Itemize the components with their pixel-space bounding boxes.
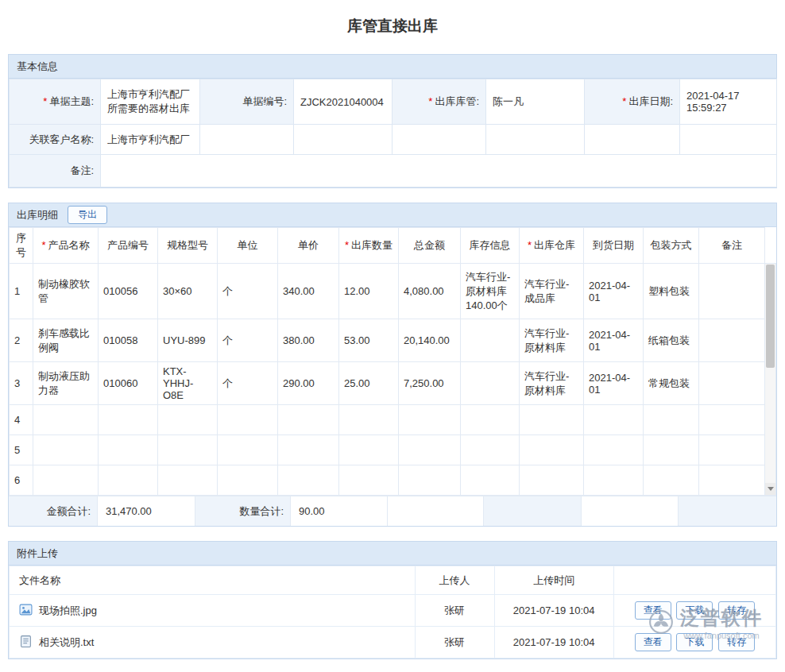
section-attachments: 附件上传 文件名称 上传人 上传时间 现场拍照.jpg 张研 2021-07-1… — [8, 541, 777, 659]
detail-summary-row: 金额合计: 31,470.00 数量合计: 90.00 — [9, 496, 776, 526]
required-mark: * — [43, 95, 47, 107]
attachments-table: 文件名称 上传人 上传时间 现场拍照.jpg 张研 2021-07-19 10:… — [9, 566, 776, 658]
detail-table-wrap: 序号 *产品名称 产品编号 规格型号 单位 单价 *出库数量 总金额 库存信息 … — [9, 227, 776, 496]
view-button[interactable]: 查看 — [635, 601, 671, 620]
col-remark: 备注 — [699, 228, 765, 264]
cell-packing: 纸箱包装 — [644, 319, 699, 362]
keeper-value: 陈一凡 — [486, 79, 585, 125]
cell-amount: 20,140.00 — [399, 319, 461, 362]
scrollbar-thumb[interactable] — [766, 265, 775, 368]
keeper-label: *出库库管: — [392, 79, 486, 125]
attachments-header-row: 文件名称 上传人 上传时间 — [10, 566, 776, 595]
cell-arrival-date: 2021-04-01 — [584, 362, 644, 405]
detail-row: 3 制动液压助力器 010060 KTX-YHHJ-O8E 个 290.00 2… — [10, 362, 765, 405]
cell-packing: 塑料包装 — [644, 264, 699, 319]
col-arrival-date: 到货日期 — [584, 228, 644, 264]
cell-stock-info — [461, 362, 520, 405]
required-mark: * — [41, 239, 45, 251]
empty-cell — [680, 125, 777, 155]
col-actions — [613, 566, 775, 595]
text-file-icon — [19, 635, 33, 651]
export-button[interactable]: 导出 — [68, 206, 107, 225]
detail-row: 1 制动橡胶软管 010056 30×60 个 340.00 12.00 4,0… — [10, 264, 765, 319]
col-amount: 总金额 — [399, 228, 461, 264]
empty-cell — [294, 125, 392, 155]
subject-label: *单据主题: — [10, 79, 101, 125]
detail-header: 出库明细 导出 — [9, 203, 776, 227]
uploader: 张研 — [415, 627, 494, 658]
save-transfer-button[interactable]: 转存 — [718, 601, 755, 620]
col-warehouse: *出库仓库 — [520, 228, 584, 264]
save-transfer-button[interactable]: 转存 — [718, 633, 755, 652]
cell-product-name: 刹车感载比例阀 — [33, 319, 99, 362]
cell-spec: 30×60 — [158, 264, 218, 319]
attachments-header: 附件上传 — [9, 542, 776, 566]
cell-serial: 1 — [10, 264, 33, 319]
view-button[interactable]: 查看 — [635, 633, 671, 652]
detail-row: 5 — [10, 435, 765, 465]
scroll-down-button[interactable] — [765, 483, 775, 495]
empty-cell — [392, 125, 486, 155]
empty-cell — [679, 496, 776, 526]
scrollbar-track[interactable] — [765, 369, 775, 483]
cell-product-name: 制动液压助力器 — [33, 362, 99, 405]
section-basic-info: 基本信息 *单据主题: 上海市亨利汽配厂所需要的器材出库 单据编号: ZJCK2… — [8, 54, 777, 188]
empty-cell — [486, 125, 585, 155]
subject-value: 上海市亨利汽配厂所需要的器材出库 — [101, 79, 200, 125]
empty-cell — [585, 125, 680, 155]
date-value: 2021-04-17 15:59:27 — [680, 79, 777, 125]
amount-total-label: 金额合计: — [9, 496, 98, 526]
cell-product-code: 010058 — [99, 319, 158, 362]
cell-product-code: 010056 — [99, 264, 158, 319]
file-name-link[interactable]: 相关说明.txt — [39, 635, 94, 650]
qty-total-value: 90.00 — [291, 496, 388, 526]
cell-qty: 53.00 — [339, 319, 399, 362]
download-button[interactable]: 下载 — [676, 633, 713, 652]
cell-unit: 个 — [218, 319, 278, 362]
cell-unit: 个 — [218, 362, 278, 405]
cell-price: 290.00 — [278, 362, 339, 405]
chevron-down-icon — [768, 487, 774, 491]
cell-packing: 常规包装 — [644, 362, 699, 405]
col-product-name: *产品名称 — [33, 228, 99, 264]
col-unit: 单位 — [218, 228, 278, 264]
file-name-link[interactable]: 现场拍照.jpg — [39, 604, 97, 618]
cell-warehouse: 汽车行业-原材料库 — [520, 319, 584, 362]
detail-table: 序号 *产品名称 产品编号 规格型号 单位 单价 *出库数量 总金额 库存信息 … — [9, 227, 765, 496]
remark-value — [101, 155, 777, 187]
page-title: 库管直接出库 — [0, 0, 785, 54]
detail-row: 4 — [10, 405, 765, 435]
required-mark: * — [345, 239, 349, 251]
cell-warehouse: 汽车行业-成品库 — [520, 264, 584, 319]
cell-unit: 个 — [218, 264, 278, 319]
cell-qty: 25.00 — [339, 362, 399, 405]
col-price: 单价 — [278, 228, 339, 264]
cell-product-code: 010060 — [99, 362, 158, 405]
cell-remark — [699, 362, 765, 405]
col-packing: 包装方式 — [644, 228, 699, 264]
col-qty: *出库数量 — [339, 228, 399, 264]
cell-serial: 2 — [10, 319, 33, 362]
cell-serial: 6 — [10, 465, 33, 496]
cell-stock-info — [461, 319, 520, 362]
attachment-row: 现场拍照.jpg 张研 2021-07-19 10:04 查看 下载 转存 — [10, 595, 776, 627]
doc-no-value: ZJCK2021040004 — [294, 79, 392, 125]
cell-serial: 5 — [10, 435, 33, 465]
cell-arrival-date: 2021-04-01 — [584, 319, 644, 362]
cell-remark — [699, 264, 765, 319]
download-button[interactable]: 下载 — [676, 601, 713, 620]
basic-info-table: *单据主题: 上海市亨利汽配厂所需要的器材出库 单据编号: ZJCK202104… — [9, 79, 777, 187]
customer-value: 上海市亨利汽配厂 — [101, 125, 200, 155]
table-scrollbar[interactable] — [765, 263, 776, 496]
col-product-code: 产品编号 — [99, 228, 158, 264]
empty-cell — [200, 125, 294, 155]
detail-header-row: 序号 *产品名称 产品编号 规格型号 单位 单价 *出库数量 总金额 库存信息 … — [10, 228, 765, 264]
detail-row: 2 刹车感载比例阀 010058 UYU-899 个 380.00 53.00 … — [10, 319, 765, 362]
cell-amount: 4,080.00 — [399, 264, 461, 319]
date-label: *出库日期: — [585, 79, 680, 125]
detail-row: 6 — [10, 465, 765, 496]
upload-time: 2021-07-19 10:04 — [494, 595, 613, 627]
section-outbound-detail: 出库明细 导出 序号 *产品名称 产品编号 规格型号 单位 单价 *出库数量 总… — [8, 203, 777, 527]
required-mark: * — [428, 95, 432, 107]
col-spec: 规格型号 — [158, 228, 218, 264]
